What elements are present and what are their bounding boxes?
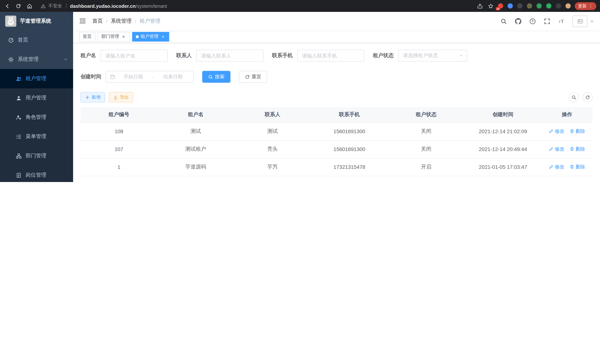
cell-contact: 芋艿 [234,158,311,176]
gear-icon [8,56,14,62]
cell-contact: 测试 [234,122,311,140]
cell-created: 2021-12-14 21:02:09 [465,122,541,140]
edit-button[interactable]: 修改 [549,128,564,135]
column-header: 联系人 [234,107,311,122]
breadcrumb: 首页/系统管理/租户管理 [92,18,160,25]
kebab-menu-icon[interactable]: ⋮ [589,4,593,8]
start-date-placeholder: 开始日期 [116,74,150,80]
breadcrumb-separator: / [135,18,136,24]
delete-button[interactable]: 删除 [570,146,585,152]
contact-input[interactable] [196,50,263,62]
cell-phone: 15601691300 [311,140,388,158]
refresh-table-button[interactable] [582,92,593,102]
url-host: dashboard.yudao.iocoder.cn [70,3,136,9]
top-navbar: 首页/系统管理/租户管理 ? TT [73,12,600,30]
sidebar-collapse-icon[interactable] [79,18,86,25]
sidebar-item-tenant[interactable]: 租户管理 [0,69,73,88]
reset-button[interactable]: 重置 [239,71,267,83]
cell-actions: 修改删除 [541,158,593,176]
search-button[interactable]: 搜索 [202,71,230,83]
tag-tenant[interactable]: 租户管理× [132,32,169,41]
content: 租户名 联系人 联系手机 租户状态 请选择租户状态 [73,43,600,182]
table-row: 1芋道源码芋艿17321315478开启2021-01-05 17:03:47修… [81,158,593,176]
plus-icon [85,95,90,100]
create-time-label: 创建时间 [81,74,106,80]
breadcrumb-item: 租户管理 [140,18,160,25]
share-icon[interactable] [477,3,483,9]
table-row: 107测试租户秃头15601691300关闭2021-12-14 20:49:4… [81,140,593,158]
search-icon[interactable] [500,18,507,25]
status-label: 租户状态 [373,52,398,59]
extension-icon[interactable] [556,3,561,9]
tenant-status-select[interactable]: 请选择租户状态 [398,50,467,62]
edit-icon [549,147,554,152]
delete-button[interactable]: 删除 [570,164,585,170]
user-menu[interactable] [572,15,594,27]
sidebar-item-home[interactable]: 首页 [0,30,73,50]
tenant-name-input[interactable] [101,50,168,62]
extension-icon[interactable] [546,3,551,9]
extension-icon[interactable] [517,3,523,9]
sidebar-item-dept[interactable]: 部门管理 [0,146,73,166]
close-icon[interactable]: × [160,34,166,39]
create-time-range-picker[interactable]: 开始日期 - 结束日期 [106,71,194,83]
sidebar-item-post[interactable]: 岗位管理 [0,166,73,182]
phone-input[interactable] [297,50,364,62]
extension-icon[interactable]: 10 [498,3,503,9]
svg-text:?: ? [531,19,533,23]
status-placeholder: 请选择租户状态 [403,52,438,59]
toggle-search-button[interactable] [569,92,579,102]
security-label[interactable]: 不安全 [48,3,62,9]
browser-actions: 10 更新 ⋮ [477,2,596,10]
cell-status: 开启 [388,158,465,176]
sidebar: 芋道管理系统 首页系统管理租户管理用户管理角色管理菜单管理部门管理岗位管理字典管… [0,12,73,182]
cell-id: 108 [81,122,157,140]
edit-icon [549,165,554,169]
sidebar-item-role[interactable]: 角色管理 [0,108,73,127]
help-icon[interactable]: ? [529,18,536,25]
phone-label: 联系手机 [272,52,297,59]
delete-button[interactable]: 删除 [570,128,585,135]
export-button[interactable]: 导出 [109,92,133,103]
browser-home-icon[interactable] [26,3,33,9]
user-icon [16,95,21,101]
browser-profile-avatar[interactable] [565,3,571,9]
extension-icon[interactable] [508,3,513,9]
sidebar-item-system[interactable]: 系统管理 [0,50,73,69]
trash-icon [570,165,574,169]
url-path: /system/tenant [136,3,167,9]
address-bar[interactable]: 不安全 dashboard.yudao.iocoder.cn/system/te… [41,3,167,9]
add-button[interactable]: 新增 [81,92,105,103]
chevron-up-icon [64,57,68,62]
browser-update-button[interactable]: 更新 ⋮ [575,2,596,10]
search-icon [208,75,213,79]
tags-view: 首页部门管理×租户管理× [73,30,600,43]
table-row: 108测试测试15601691300关闭2021-12-14 21:02:09修… [81,122,593,140]
extension-icon[interactable] [527,3,532,9]
sidebar-item-label: 租户管理 [26,75,68,82]
cell-contact: 秃头 [234,140,311,158]
breadcrumb-item[interactable]: 首页 [92,18,103,25]
sidebar-logo[interactable]: 芋道管理系统 [0,12,73,30]
edit-button[interactable]: 修改 [549,164,564,170]
breadcrumb-item[interactable]: 系统管理 [111,18,131,25]
sidebar-item-menu[interactable]: 菜单管理 [0,127,73,146]
font-size-icon[interactable]: TT [558,18,565,25]
trash-icon [570,147,574,152]
fullscreen-icon[interactable] [544,18,550,25]
cell-actions: 修改删除 [541,122,593,140]
tag-dept[interactable]: 部门管理× [98,32,130,41]
edit-button[interactable]: 修改 [549,146,564,152]
table-toolbar: 新增 导出 [81,92,593,103]
extension-icon[interactable] [536,3,542,9]
tag-home[interactable]: 首页 [79,32,95,41]
browser-reload-icon[interactable] [15,3,21,9]
browser-chrome: 不安全 dashboard.yudao.iocoder.cn/system/te… [0,0,600,12]
table-body: 108测试测试15601691300关闭2021-12-14 21:02:09修… [81,122,593,176]
github-icon[interactable] [515,18,521,25]
browser-back-icon[interactable] [4,3,10,9]
extension-badge: 10 [496,7,500,10]
bookmark-star-icon[interactable] [487,3,494,9]
close-icon[interactable]: × [121,34,126,39]
sidebar-item-user[interactable]: 用户管理 [0,88,73,108]
